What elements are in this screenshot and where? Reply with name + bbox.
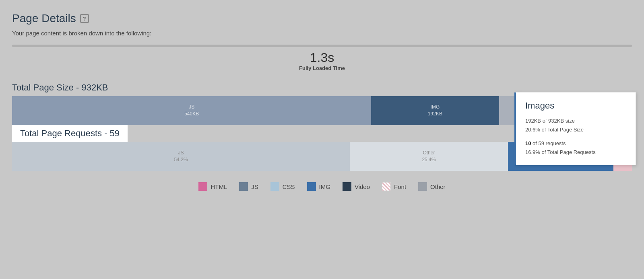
main-content: Total Page Size - 932KB JS540KB IMG192KB… <box>12 82 632 171</box>
legend-swatch-font <box>382 182 391 191</box>
size-bar-img-label: IMG192KB <box>428 104 442 117</box>
tooltip-line4: 16.9% of Total Page Requests <box>525 148 626 157</box>
legend: HTML JS CSS IMG Video Font Other <box>12 182 632 191</box>
tooltip-line1: 192KB of 932KB size <box>525 117 626 125</box>
req-bar-other[interactable]: Other25.4% <box>350 142 508 171</box>
legend-item-other: Other <box>418 182 446 191</box>
legend-label-css: CSS <box>283 183 295 190</box>
tooltip-line3-rest: of 59 requests <box>531 140 566 146</box>
legend-swatch-video <box>343 182 351 191</box>
size-bar-js[interactable]: JS540KB <box>12 96 371 125</box>
legend-swatch-other <box>418 182 427 191</box>
legend-label-html: HTML <box>211 183 227 190</box>
page-title: Page Details <box>12 12 76 25</box>
req-bar-other-label: Other25.4% <box>422 150 436 163</box>
legend-label-font: Font <box>394 183 406 190</box>
size-bar-js-label: JS540KB <box>184 104 199 117</box>
legend-item-js: JS <box>239 182 258 191</box>
legend-label-other: Other <box>430 183 446 190</box>
legend-label-img: IMG <box>319 183 330 190</box>
legend-item-img: IMG <box>307 182 330 191</box>
page-size-title: Total Page Size - 932KB <box>12 82 632 93</box>
tooltip-border <box>514 92 516 165</box>
loaded-time-value: 1.3s <box>310 50 334 65</box>
loaded-time-label: Fully Loaded Time <box>299 65 345 71</box>
legend-swatch-js <box>239 182 248 191</box>
help-icon[interactable]: ? <box>80 14 89 23</box>
legend-item-html: HTML <box>198 182 227 191</box>
loaded-time-section: 1.3s Fully Loaded Time <box>12 45 632 71</box>
req-bar-js[interactable]: JS54.2% <box>12 142 350 171</box>
size-bar-img[interactable]: IMG192KB <box>371 96 499 125</box>
size-bar-wrapper: JS540KB IMG192KB Images 192KB of 932KB s… <box>12 96 632 125</box>
page-requests-title: Total Page Requests - 59 <box>12 125 128 142</box>
legend-label-video: Video <box>355 183 370 190</box>
page-subtitle: Your page content is broken down into th… <box>12 30 632 37</box>
tooltip-line2: 20.6% of Total Page Size <box>525 125 626 134</box>
legend-item-css: CSS <box>270 182 295 191</box>
req-bar-js-label: JS54.2% <box>174 150 188 163</box>
legend-swatch-html <box>198 182 207 191</box>
legend-swatch-img <box>307 182 316 191</box>
tooltip-divider <box>525 134 626 139</box>
legend-item-font: Font <box>382 182 406 191</box>
legend-item-video: Video <box>343 182 370 191</box>
tooltip-line3: 10 of 59 requests <box>525 139 626 148</box>
page-size-section: Total Page Size - 932KB JS540KB IMG192KB… <box>12 82 632 125</box>
loaded-time-bar <box>12 45 632 47</box>
legend-label-js: JS <box>251 183 258 190</box>
tooltip-line3-strong: 10 <box>525 140 531 146</box>
legend-swatch-css <box>270 182 279 191</box>
tooltip-title: Images <box>525 101 626 111</box>
page-header: Page Details ? <box>12 12 632 25</box>
tooltip-popup: Images 192KB of 932KB size 20.6% of Tota… <box>515 92 636 165</box>
